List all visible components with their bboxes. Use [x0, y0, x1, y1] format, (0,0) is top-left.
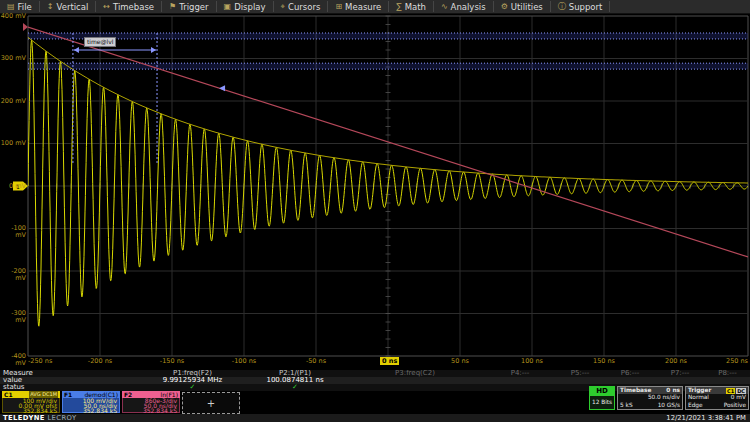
y-axis-label: -200 mV	[0, 268, 26, 282]
hd-mode-panel[interactable]: HD 12 Bits	[589, 386, 615, 410]
x-axis-label: 50 ns	[441, 357, 479, 365]
time-at-level-annotation-label: time@lvl	[84, 37, 116, 47]
measure-row-value: value9.99125934 MHz100.0874811 ns	[0, 377, 750, 384]
timebase-scale: 50.0 ns/div	[648, 394, 680, 401]
measure-param-value-8	[705, 377, 750, 384]
x-axis-label: 250 ns	[710, 357, 748, 365]
datetime-display: 12/21/2021 3:38:41 PM	[666, 414, 750, 422]
measure-param-value-2: 100.0874811 ns	[245, 377, 345, 384]
c1-label: C1	[4, 391, 13, 398]
x-axis-label: 150 ns	[585, 357, 623, 365]
measure-param-status-3	[345, 384, 485, 391]
c1-samples: 352.834 kS	[5, 408, 57, 413]
y-axis-label: -300 mV	[0, 310, 26, 324]
trace-descriptors: C1 AVG DC1M 100 mV/div 0.00 mV ofst 352.…	[2, 391, 240, 414]
trigger-panel[interactable]: Trigger C1 DC Normal 0 mV Edge Positive	[685, 386, 749, 410]
x-axis-label: -150 ns	[153, 357, 191, 365]
trigger-type: Edge	[688, 402, 703, 409]
x-axis-label: 100 ns	[513, 357, 551, 365]
measure-param-status-2: ✓	[245, 384, 345, 391]
y-axis-label: 400 mV	[0, 13, 26, 20]
measure-param-header-8[interactable]: P8:---	[705, 370, 750, 377]
trigger-mode: Normal	[688, 394, 709, 401]
timebase-samples: 5 kS	[620, 402, 633, 409]
f2-samples: 352.834 kS	[125, 408, 177, 413]
f1-label: F1	[64, 391, 72, 398]
trigger-source-badge: C1	[726, 388, 735, 394]
x-axis-label: -200 ns	[81, 357, 119, 365]
measure-param-status-4	[485, 384, 555, 391]
measure-param-header-5[interactable]: P5:---	[555, 370, 605, 377]
y-axis-label: 300 mV	[0, 55, 26, 62]
measure-param-value-7	[655, 377, 705, 384]
teledyne-lecroy-logo: TELEDYNE LECROY	[0, 414, 77, 422]
measure-param-value-1: 9.99125934 MHz	[140, 377, 245, 384]
add-trace-button[interactable]: +	[182, 392, 240, 414]
y-axis-label: -400 mV	[0, 353, 26, 367]
y-axis-label: 0 mV	[0, 183, 26, 190]
measure-param-value-3	[345, 377, 485, 384]
measure-row-measure: MeasureP1:freq(F2)P2:1/(P1)P3:freq(C2)P4…	[0, 370, 750, 377]
measure-param-status-1: ✓	[140, 384, 245, 391]
measure-row-label: status	[0, 384, 140, 391]
measure-param-header-6[interactable]: P6:---	[605, 370, 655, 377]
x-axis-label: -100 ns	[225, 357, 263, 365]
measure-param-header-3[interactable]: P3:freq(C2)	[345, 370, 485, 377]
waveform-grid: 1	[0, 0, 750, 372]
hd-label: HD	[590, 387, 614, 396]
channel-c1-descriptor[interactable]: C1 AVG DC1M 100 mV/div 0.00 mV ofst 352.…	[2, 391, 60, 413]
trigger-level: 0 mV	[731, 394, 746, 401]
x-axis-label: -50 ns	[297, 357, 335, 365]
plus-icon: +	[207, 398, 215, 409]
oscilloscope-screen: ▤File↕Vertical↔Timebase⚑Trigger▣Display⌖…	[0, 0, 750, 422]
measure-param-value-4	[485, 377, 555, 384]
measure-param-header-1[interactable]: P1:freq(F2)	[140, 370, 245, 377]
status-panels: HD 12 Bits Timebase 0 ns 50.0 ns/div 5 k…	[589, 386, 749, 410]
timebase-panel[interactable]: Timebase 0 ns 50.0 ns/div 5 kS 10 GS/s	[617, 386, 683, 410]
measure-param-header-2[interactable]: P2:1/(P1)	[245, 370, 345, 377]
timebase-rate: 10 GS/s	[658, 402, 680, 409]
trigger-slope: Positive	[724, 402, 746, 409]
measure-param-value-5	[555, 377, 605, 384]
measure-param-value-6	[605, 377, 655, 384]
trigger-title: Trigger	[688, 387, 711, 394]
hd-bits: 12 Bits	[590, 396, 614, 409]
trigger-coupling-badge: DC	[736, 388, 746, 394]
measure-param-header-4[interactable]: P4:---	[485, 370, 555, 377]
timebase-title: Timebase	[620, 387, 651, 394]
function-f1-descriptor[interactable]: F1 demod(C1) 100 mV/div 50.0 ns/div 352.…	[62, 391, 120, 413]
f1-samples: 352.834 kS	[65, 408, 117, 413]
y-axis-label: -100 mV	[0, 225, 26, 239]
measure-param-header-7[interactable]: P7:---	[655, 370, 705, 377]
y-axis-label: 100 mV	[0, 140, 26, 147]
x-axis-label: 0 ns	[380, 357, 399, 365]
x-axis-label: -250 ns	[28, 357, 66, 365]
function-f2-descriptor[interactable]: F2 ln(F1) 860e-3/div 50.0 ns/div 352.834…	[122, 391, 180, 413]
y-axis-label: 200 mV	[0, 98, 26, 105]
x-axis-label: 200 ns	[657, 357, 695, 365]
timebase-delay: 0 ns	[666, 387, 680, 394]
status-bar: TELEDYNE LECROY 12/21/2021 3:38:41 PM	[0, 414, 750, 422]
waveform-display[interactable]: 1 time@lvl 400 mV300 mV200 mV100 mV0 mV-…	[0, 0, 750, 372]
f2-label: F2	[124, 391, 132, 398]
